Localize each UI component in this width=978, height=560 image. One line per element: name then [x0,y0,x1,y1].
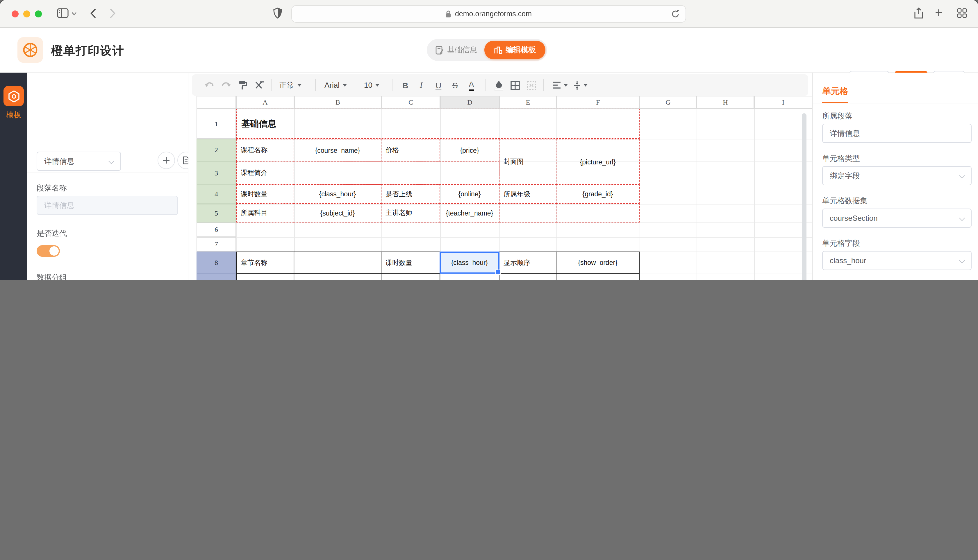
close-window-button[interactable] [12,10,18,17]
sheet-cell[interactable] [556,203,640,222]
row-header-5[interactable]: 5 [197,204,236,222]
cell-settings-panel: 单元格 所属段落 详情信息 单元格类型 绑定字段 单元格数据集 courseSe… [812,73,978,280]
section-select[interactable]: 详情信息 [37,152,121,171]
address-bar[interactable]: demo.orangeforms.com [291,5,686,23]
cell-dataset-select[interactable]: courseSection [822,208,971,228]
bold-icon[interactable]: B [402,74,408,96]
paint-format-icon[interactable] [238,74,247,96]
sheet-cell[interactable] [381,273,440,280]
merge-cells-icon[interactable] [527,74,536,96]
tab-edit-template[interactable]: 编辑模板 [484,41,545,59]
italic-icon[interactable]: I [420,74,423,96]
cell-section-input[interactable]: 详情信息 [822,124,971,143]
sheet-cell[interactable]: 是否上线 [381,184,440,204]
borders-icon[interactable] [510,74,520,96]
sidebar-chevron-icon[interactable] [72,12,77,16]
new-tab-icon[interactable]: + [935,8,943,17]
tab-basic-info[interactable]: 基础信息 [428,41,484,59]
sheet-cell[interactable]: 课时数量 [236,184,294,204]
cell-field-select[interactable]: class_hour [822,251,971,270]
cell-section-label: 所属段落 [822,111,853,122]
zoom-window-button[interactable] [35,10,42,17]
font-size-select[interactable]: 10 [364,74,380,96]
column-header-B[interactable]: B [294,96,381,108]
sheet-cell[interactable]: 课程简介 [236,161,294,185]
para-name-input[interactable]: 详情信息 [37,196,178,215]
sheet-cell[interactable] [440,273,500,280]
back-icon[interactable] [90,8,97,18]
cell-type-select[interactable]: 绑定字段 [822,166,971,185]
iterate-toggle[interactable] [37,245,60,257]
sheet-cell[interactable]: {show_order} [294,273,381,280]
row-header-9[interactable]: 9 [197,273,236,280]
column-header-I[interactable]: I [754,96,812,108]
row-header-8[interactable]: 8 [197,252,236,273]
sheet-cell[interactable]: 基础信息 [236,108,640,139]
share-icon[interactable] [914,8,923,18]
sheet-cell[interactable]: {class_hour} [294,184,381,204]
clear-format-icon[interactable] [255,74,264,96]
row-header-1[interactable]: 1 [197,108,236,139]
sheet-cell[interactable]: 章节简介 [236,273,294,280]
vertical-align-select[interactable] [573,74,588,96]
sheet-cell[interactable]: {subject_id} [294,203,381,222]
sheet-cell[interactable] [499,273,557,280]
horizontal-align-select[interactable] [552,74,568,96]
reload-icon[interactable] [671,9,680,18]
sheet-cell[interactable] [294,252,381,273]
add-section-button[interactable] [157,152,175,169]
format-style-select[interactable]: 正常 [279,74,302,96]
template-module-icon[interactable] [3,86,24,106]
fill-color-icon[interactable] [494,74,503,96]
sheet-cell[interactable]: 章节名称 [236,252,294,273]
corner-cell[interactable] [197,96,236,108]
minimize-window-button[interactable] [23,10,30,17]
cell-dataset-label: 单元格数据集 [822,196,868,206]
text-color-icon[interactable]: A [469,80,474,91]
sheet-cell[interactable]: 所属科目 [236,203,294,222]
column-header-A[interactable]: A [236,96,294,108]
sheet-cell[interactable]: {online} [440,184,500,204]
sheet-cell[interactable]: 课时数量 [381,252,440,273]
sheet-cell[interactable]: 课程名称 [236,139,294,162]
sidebar-toggle-icon[interactable] [57,8,69,18]
column-header-G[interactable]: G [640,96,697,108]
row-header-6[interactable]: 6 [197,222,236,237]
column-header-F[interactable]: F [557,96,640,108]
redo-icon[interactable] [221,74,231,96]
sheet-cell[interactable]: 所属年级 [499,184,557,204]
sheet-cell[interactable]: 封面图 [499,139,557,185]
sidebar-item-template[interactable]: 模板 [0,110,27,120]
font-family-select[interactable]: Arial [324,74,347,96]
row-header-2[interactable]: 2 [197,139,236,162]
sheet-cell[interactable]: {show_order} [556,252,640,273]
sheet-cell[interactable]: {teacher_name} [440,203,500,222]
sheet-cell[interactable]: {create_time} [556,273,640,280]
row-header-7[interactable]: 7 [197,237,236,252]
sheet-cell[interactable]: {price} [440,139,500,162]
sheet-cell[interactable]: {picture_url} [556,139,640,185]
underline-icon[interactable]: U [436,74,441,96]
url-text: demo.orangeforms.com [455,10,532,18]
vertical-scrollbar[interactable] [802,113,806,280]
row-header-4[interactable]: 4 [197,185,236,204]
forward-icon[interactable] [109,8,116,18]
column-header-D[interactable]: D [440,96,500,108]
sheet-cell[interactable]: {course_name} [294,139,381,162]
column-header-H[interactable]: H [697,96,754,108]
tab-cell[interactable]: 单元格 [822,86,848,97]
column-header-C[interactable]: C [381,96,440,108]
row-header-3[interactable]: 3 [197,162,236,185]
undo-icon[interactable] [205,74,214,96]
sheet-cell[interactable]: 价格 [381,139,440,162]
column-header-E[interactable]: E [500,96,557,108]
shield-icon[interactable] [273,8,282,18]
sheet-cell[interactable]: {grade_id} [556,184,640,204]
selected-cell[interactable]: {class_hour} [440,252,500,273]
tab-overview-icon[interactable] [957,8,967,18]
sheet-cell[interactable] [294,161,500,185]
sheet-cell[interactable]: 显示顺序 [499,252,557,273]
sheet-cell[interactable]: 主讲老师 [381,203,440,222]
strikethrough-icon[interactable]: S [452,74,458,96]
sheet-cell[interactable] [499,203,557,222]
